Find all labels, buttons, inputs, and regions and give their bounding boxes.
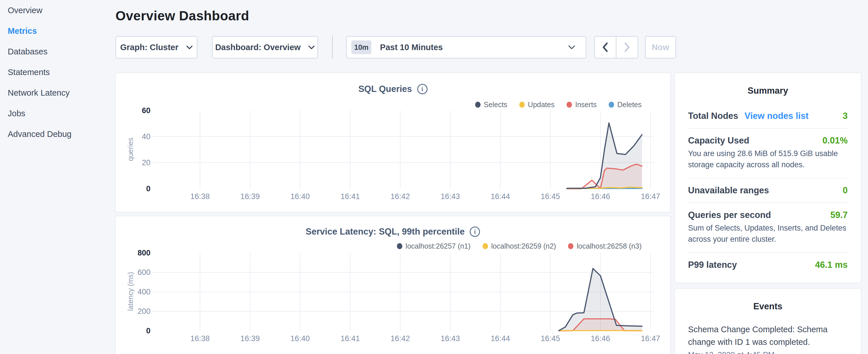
- events-title: Events: [675, 301, 861, 312]
- event-message: Schema Change Completed: Schema change w…: [688, 323, 848, 348]
- sidebar-item-network-latency[interactable]: Network Latency: [8, 87, 115, 99]
- x-axis-tick: 16:47: [630, 192, 671, 201]
- sidebar-item-overview[interactable]: Overview: [8, 4, 115, 17]
- time-step-forward-button[interactable]: [616, 37, 638, 58]
- y-axis-tick: 200: [124, 307, 150, 316]
- x-axis-tick: 16:44: [480, 334, 520, 343]
- time-range-badge: 10m: [351, 40, 371, 54]
- service-latency-chart-card: Service Latency: SQL, 99th percentile i …: [115, 216, 671, 354]
- summary-item: P99 latency46.1 ms: [688, 252, 848, 277]
- toolbar-divider: [332, 35, 333, 58]
- y-axis-tick: 0: [124, 326, 150, 336]
- dashboard-dropdown-label: Dashboard: Overview: [215, 43, 301, 52]
- x-axis-tick: 16:43: [430, 192, 470, 201]
- y-axis-tick: 400: [124, 287, 150, 297]
- event-timestamp: May 13, 2020 at 4:45 PM: [688, 351, 848, 354]
- sidebar-item-jobs[interactable]: Jobs: [8, 107, 115, 120]
- chevron-right-icon: [624, 42, 630, 53]
- summary-item-value: 0.01%: [823, 135, 848, 146]
- x-axis-tick: 16:38: [180, 334, 220, 343]
- x-axis-tick: 16:43: [430, 334, 470, 343]
- x-axis-tick: 16:46: [580, 334, 620, 343]
- summary-item-description: Sum of Selects, Updates, Inserts, and De…: [688, 223, 848, 246]
- event-item[interactable]: Schema Change Completed: Schema change w…: [688, 323, 848, 354]
- summary-item-label: P99 latency: [688, 260, 737, 270]
- x-axis-tick: 16:38: [180, 192, 220, 201]
- summary-item-value: 59.7: [831, 210, 848, 220]
- sidebar: OverviewMetricsDatabasesStatementsNetwor…: [0, 0, 115, 148]
- summary-item-label: Capacity Used: [688, 135, 749, 146]
- chevron-down-icon: [568, 45, 576, 50]
- chevron-down-icon: [308, 45, 315, 50]
- dashboard-dropdown[interactable]: Dashboard: Overview: [212, 36, 318, 58]
- summary-item-value: 0: [843, 185, 848, 196]
- y-axis-tick: 0: [124, 184, 150, 194]
- x-axis-tick: 16:41: [330, 192, 370, 201]
- page-title: Overview Dashboard: [116, 8, 249, 24]
- x-axis-tick: 16:46: [580, 192, 620, 201]
- event-list: Schema Change Completed: Schema change w…: [688, 323, 848, 354]
- sql-queries-chart-card: SQL Queries i SelectsUpdatesInsertsDelet…: [115, 72, 671, 213]
- time-range-selector[interactable]: 10m Past 10 Minutes: [346, 36, 586, 58]
- x-axis-tick: 16:45: [530, 192, 570, 201]
- summary-item-label: Total Nodes: [688, 111, 738, 121]
- y-axis-tick: 20: [124, 158, 150, 167]
- x-axis-tick: 16:42: [380, 334, 421, 343]
- y-axis-tick: 40: [124, 132, 150, 141]
- summary-item-description: You are using 28.6 MiB of 515.9 GiB usab…: [688, 148, 848, 171]
- x-axis-tick: 16:40: [280, 192, 320, 201]
- x-axis-tick: 16:40: [280, 334, 320, 343]
- graph-scope-dropdown[interactable]: Graph: Cluster: [116, 36, 197, 58]
- sidebar-item-statements[interactable]: Statements: [8, 66, 115, 78]
- summary-item-value: 3: [843, 111, 848, 121]
- sidebar-item-databases[interactable]: Databases: [8, 45, 115, 58]
- sidebar-item-metrics[interactable]: Metrics: [8, 25, 115, 37]
- summary-item: Queries per second59.7Sum of Selects, Up…: [688, 202, 848, 252]
- graph-scope-dropdown-label: Graph: Cluster: [120, 43, 178, 52]
- y-axis-tick: 60: [124, 106, 150, 116]
- summary-item: Total NodesView nodes list3: [688, 111, 848, 128]
- sidebar-item-advanced-debug[interactable]: Advanced Debug: [8, 128, 115, 140]
- summary-item-value: 46.1 ms: [815, 260, 848, 270]
- summary-item: Capacity Used0.01%You are using 28.6 MiB…: [688, 128, 848, 178]
- summary-title: Summary: [675, 86, 861, 96]
- x-axis-tick: 16:44: [480, 192, 520, 201]
- y-axis-tick: 600: [124, 267, 150, 277]
- x-axis-tick: 16:39: [230, 334, 270, 343]
- y-axis-tick: 800: [124, 248, 150, 258]
- summary-item-label: Queries per second: [688, 210, 771, 220]
- summary-item-label: Unavailable ranges: [688, 185, 769, 196]
- x-axis-tick: 16:45: [530, 334, 570, 343]
- time-range-label: Past 10 Minutes: [380, 43, 443, 52]
- summary-list: Total NodesView nodes list3Capacity Used…: [688, 111, 848, 277]
- x-axis-tick: 16:39: [230, 192, 270, 201]
- summary-panel: Summary Total NodesView nodes list3Capac…: [674, 72, 861, 283]
- sidebar-nav: OverviewMetricsDatabasesStatementsNetwor…: [8, 4, 115, 140]
- x-axis-tick: 16:41: [330, 334, 370, 343]
- chart-plot-area[interactable]: [116, 73, 670, 212]
- time-step-back-button[interactable]: [595, 37, 616, 58]
- chevron-down-icon: [186, 45, 193, 50]
- chevron-left-icon: [602, 42, 608, 53]
- view-nodes-link[interactable]: View nodes list: [744, 111, 808, 121]
- time-step-buttons: [594, 36, 638, 58]
- chart-plot-area[interactable]: [116, 216, 670, 354]
- now-button[interactable]: Now: [645, 36, 676, 58]
- x-axis-tick: 16:42: [380, 192, 421, 201]
- events-panel: Events Schema Change Completed: Schema c…: [674, 288, 861, 354]
- summary-item: Unavailable ranges0: [688, 178, 848, 202]
- x-axis-tick: 16:47: [630, 334, 671, 343]
